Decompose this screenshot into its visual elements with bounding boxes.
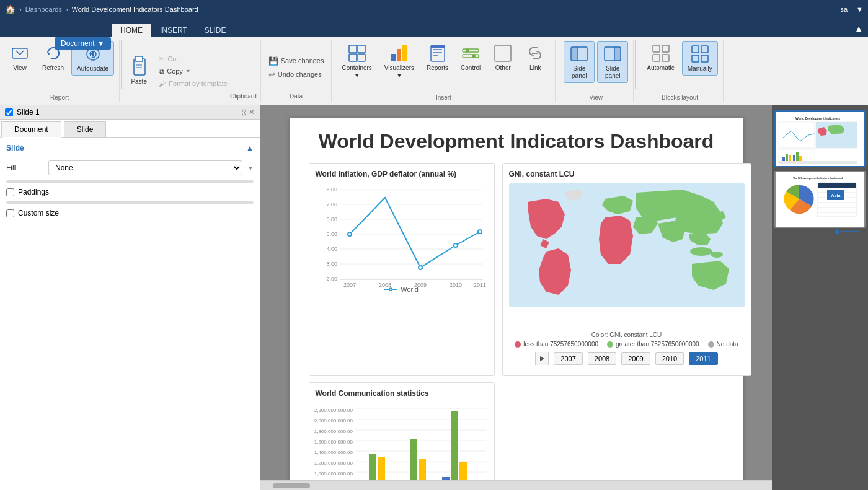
blocks-layout-group: Automatic Manually Blocks layout bbox=[637, 40, 724, 102]
connector-lines bbox=[835, 229, 859, 234]
svg-rect-9 bbox=[349, 45, 356, 53]
title-bar-expand[interactable]: ▼ bbox=[856, 6, 863, 13]
svg-point-24 bbox=[472, 55, 476, 58]
svg-text:8.00: 8.00 bbox=[326, 186, 337, 193]
thumb-content-1: World Development Indicators bbox=[777, 113, 858, 164]
year-2010[interactable]: 2010 bbox=[655, 352, 684, 365]
slider-bar-2[interactable] bbox=[6, 201, 254, 204]
svg-text:1,600,000,000.00: 1,600,000,000.00 bbox=[314, 439, 353, 445]
svg-rect-34 bbox=[662, 45, 669, 52]
year-2007[interactable]: 2007 bbox=[554, 352, 582, 365]
home-icon[interactable]: 🏠 bbox=[5, 4, 16, 14]
svg-rect-111 bbox=[786, 154, 788, 162]
color-label: Color: GNI. constant LCU bbox=[509, 331, 745, 338]
clipboard-label: Clipboard bbox=[230, 90, 257, 100]
dashboards-link[interactable]: Dashboards bbox=[25, 6, 62, 13]
svg-text:1,200,000,000.00: 1,200,000,000.00 bbox=[314, 460, 353, 466]
svg-rect-14 bbox=[397, 49, 401, 61]
automatic-icon bbox=[651, 43, 671, 63]
slide-thumb-1[interactable]: World Development Indicators bbox=[774, 110, 866, 167]
slider-bar-1[interactable] bbox=[6, 180, 254, 183]
close-icon[interactable]: ✕ bbox=[249, 108, 255, 116]
svg-rect-31 bbox=[614, 47, 621, 61]
greater-dot bbox=[607, 341, 613, 348]
svg-text:6.00: 6.00 bbox=[326, 216, 337, 222]
svg-point-68 bbox=[711, 252, 723, 258]
svg-rect-36 bbox=[662, 55, 669, 61]
automatic-button[interactable]: Automatic bbox=[642, 41, 679, 74]
document-button[interactable]: Document ▼ bbox=[55, 37, 111, 50]
svg-rect-115 bbox=[799, 156, 802, 162]
paddings-label: Paddings bbox=[18, 188, 49, 196]
custom-size-row: Custom size bbox=[6, 209, 254, 217]
format-button[interactable]: 🖌 Format by template bbox=[156, 78, 230, 89]
slide-section-toggle[interactable]: ▲ bbox=[246, 144, 254, 152]
copy-button[interactable]: ⧉ Copy ▼ bbox=[156, 66, 230, 77]
slide-thumb-2[interactable]: World Development Indicators Dashboard bbox=[774, 171, 866, 228]
link-button[interactable]: Link bbox=[520, 41, 550, 74]
paddings-checkbox[interactable] bbox=[6, 188, 14, 196]
svg-text:1,400,000,000.00: 1,400,000,000.00 bbox=[314, 450, 353, 455]
ribbon-tabs-bar: Document ▼ HOME INSERT SLIDE ▲ bbox=[0, 19, 868, 37]
fill-select[interactable]: None Solid Gradient Pattern bbox=[48, 160, 242, 175]
greater-label: greater than 75257650000000 bbox=[616, 341, 699, 348]
containers-icon bbox=[347, 43, 367, 63]
save-button[interactable]: 💾 Save changes bbox=[266, 55, 327, 67]
legend-less: less than 75257650000000 bbox=[515, 341, 598, 348]
tab-home[interactable]: HOME bbox=[112, 24, 151, 37]
svg-rect-10 bbox=[358, 45, 365, 53]
chart-inflation: World Inflation, GDP deflator (annual %)… bbox=[309, 163, 495, 376]
year-2008[interactable]: 2008 bbox=[588, 352, 616, 365]
reports-icon bbox=[428, 43, 448, 63]
reports-button[interactable]: Reports bbox=[422, 41, 453, 74]
cut-label: Cut bbox=[167, 55, 178, 63]
inflation-chart-svg: 8.00 7.00 6.00 5.00 4.00 3.00 2.00 2007 … bbox=[316, 183, 489, 289]
svg-rect-28 bbox=[571, 47, 577, 61]
view-button[interactable]: View bbox=[5, 41, 35, 74]
tab-slide[interactable]: SLIDE bbox=[196, 24, 235, 37]
h-scrollbar[interactable] bbox=[260, 480, 772, 490]
slide-panel-tabs: Document Slide bbox=[0, 120, 260, 138]
fill-label: Fill bbox=[6, 164, 43, 172]
slide-panel-button[interactable]: Slidepanel bbox=[597, 41, 628, 83]
year-2009[interactable]: 2009 bbox=[621, 352, 650, 365]
manually-button[interactable]: Manually bbox=[682, 41, 718, 76]
control-button[interactable]: Control bbox=[456, 41, 485, 74]
view-buttons: Sidepanel Slidepanel bbox=[564, 41, 628, 92]
cut-button[interactable]: ✂ Cut bbox=[156, 53, 230, 64]
collapse-arrows-icon[interactable]: ⟨⟨ bbox=[241, 108, 246, 116]
custom-size-checkbox[interactable] bbox=[6, 209, 14, 217]
view-group: Sidepanel Slidepanel View bbox=[559, 40, 634, 102]
tab-insert[interactable]: INSERT bbox=[151, 24, 196, 37]
svg-point-63 bbox=[478, 230, 482, 234]
tab-document[interactable]: Document bbox=[1, 121, 61, 138]
slide-checkbox[interactable] bbox=[5, 108, 13, 116]
world-label: World bbox=[401, 286, 418, 293]
containers-button[interactable]: Containers▼ bbox=[337, 41, 376, 82]
paddings-row: Paddings bbox=[6, 188, 254, 196]
visualizers-button[interactable]: Visualizers▼ bbox=[379, 41, 419, 82]
data-group: 💾 Save changes ↩ Undo changes Data bbox=[261, 40, 332, 102]
paste-button[interactable]: Paste bbox=[126, 55, 151, 88]
legend-greater: greater than 75257650000000 bbox=[607, 341, 699, 348]
ribbon-collapse[interactable]: ▲ bbox=[854, 24, 863, 33]
gni-map-svg bbox=[509, 183, 745, 326]
svg-text:1,000,000,000.00: 1,000,000,000.00 bbox=[314, 471, 353, 476]
year-2011[interactable]: 2011 bbox=[689, 352, 717, 365]
slide-header-right: ⟨⟨ ✕ bbox=[241, 108, 255, 116]
svg-point-65 bbox=[389, 288, 392, 291]
play-button[interactable] bbox=[535, 352, 549, 365]
other-button[interactable]: Other bbox=[488, 41, 518, 74]
thumb-svg-1: World Development Indicators bbox=[777, 113, 858, 164]
svg-point-60 bbox=[348, 232, 352, 236]
side-panel-button[interactable]: Sidepanel bbox=[564, 41, 595, 83]
title-bar-left: 🏠 › Dashboards › World Development Indic… bbox=[5, 4, 840, 14]
charts-row-top: World Inflation, GDP deflator (annual %)… bbox=[309, 163, 724, 376]
insert-group: Containers▼ Visualizers▼ Reports Control bbox=[332, 40, 556, 102]
tab-slide[interactable]: Slide bbox=[64, 121, 107, 138]
copy-arrow: ▼ bbox=[185, 68, 191, 74]
h-scroll-thumb[interactable] bbox=[273, 483, 310, 488]
undo-button[interactable]: ↩ Undo changes bbox=[266, 69, 327, 81]
slide-section-label: Slide bbox=[6, 144, 24, 152]
map-legend: Color: GNI. constant LCU less than 75257… bbox=[509, 331, 745, 348]
